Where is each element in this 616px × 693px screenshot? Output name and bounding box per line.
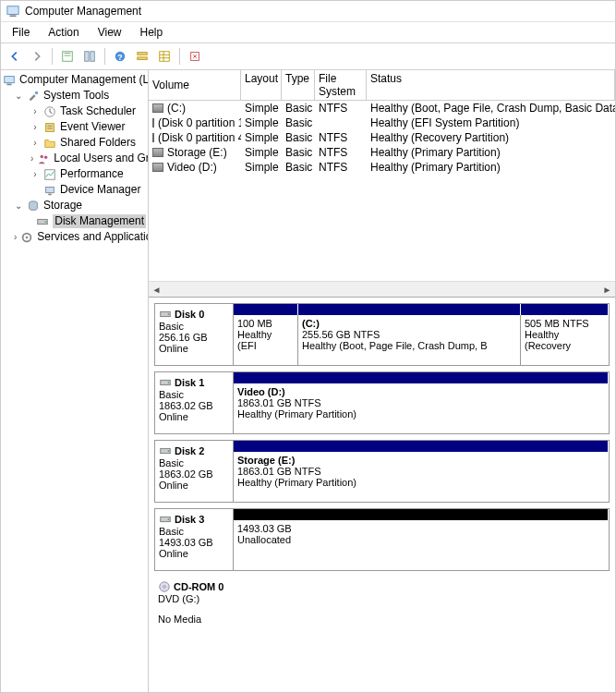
view-detail-button[interactable] bbox=[154, 46, 175, 67]
app-icon bbox=[6, 5, 19, 18]
tree-task-scheduler[interactable]: ›Task Scheduler bbox=[1, 103, 148, 119]
folder-icon bbox=[43, 137, 56, 150]
svg-rect-16 bbox=[46, 123, 54, 131]
toolbar-separator bbox=[52, 48, 53, 65]
menu-view[interactable]: View bbox=[91, 24, 129, 41]
volume-icon bbox=[152, 103, 163, 113]
svg-rect-20 bbox=[46, 187, 54, 192]
storage-icon bbox=[27, 200, 40, 213]
disk-row[interactable]: Disk 0 Basic256.16 GBOnline100 MBHealthy… bbox=[154, 303, 610, 366]
partition[interactable]: Storage (E:)1863.01 GB NTFSHealthy (Prim… bbox=[234, 452, 609, 502]
expand-icon[interactable]: › bbox=[30, 104, 40, 118]
tree-event-viewer[interactable]: ›Event Viewer bbox=[1, 119, 148, 135]
disk-icon bbox=[159, 308, 172, 321]
col-volume[interactable]: Volume bbox=[149, 70, 241, 100]
services-icon bbox=[20, 231, 33, 244]
back-button[interactable] bbox=[5, 46, 25, 67]
cdrom-status: No Media bbox=[158, 614, 606, 625]
partition[interactable]: Video (D:)1863.01 GB NTFSHealthy (Primar… bbox=[234, 383, 609, 433]
scroll-left-icon[interactable]: ◄ bbox=[149, 285, 164, 295]
partition[interactable]: (C:)255.56 GB NTFSHealthy (Boot, Page Fi… bbox=[298, 315, 521, 365]
cdrom-row[interactable]: CD-ROM 0 DVD (G:) No Media bbox=[154, 577, 610, 628]
clock-icon bbox=[43, 105, 56, 118]
svg-rect-2 bbox=[10, 15, 17, 17]
menu-help[interactable]: Help bbox=[133, 24, 171, 41]
disk-graphical-view[interactable]: Disk 0 Basic256.16 GBOnline100 MBHealthy… bbox=[149, 297, 615, 693]
volume-row[interactable]: (C:) Simple Basic NTFS Healthy (Boot, Pa… bbox=[149, 101, 615, 116]
tree-device-manager[interactable]: Device Manager bbox=[1, 182, 148, 198]
svg-rect-5 bbox=[91, 52, 94, 62]
tree-performance[interactable]: ›Performance bbox=[1, 166, 148, 182]
scroll-right-icon[interactable]: ► bbox=[599, 285, 615, 295]
expand-icon[interactable]: ⌄ bbox=[14, 199, 23, 213]
menu-action[interactable]: Action bbox=[41, 24, 86, 41]
volume-row[interactable]: Video (D:) Simple Basic NTFS Healthy (Pr… bbox=[149, 160, 615, 175]
disk-info: Disk 1 Basic1863.02 GBOnline bbox=[155, 372, 234, 433]
computer-icon bbox=[3, 74, 16, 87]
col-status[interactable]: Status bbox=[367, 70, 615, 100]
volume-icon bbox=[152, 133, 154, 142]
tree-local-users[interactable]: ›Local Users and Groups bbox=[1, 151, 148, 166]
tree-disk-management[interactable]: Disk Management bbox=[1, 213, 148, 229]
svg-point-26 bbox=[26, 236, 29, 238]
disk-icon bbox=[159, 444, 172, 457]
disk-row[interactable]: Disk 3 Basic1493.03 GBOnline1493.03 GBUn… bbox=[154, 508, 610, 571]
svg-rect-9 bbox=[138, 57, 148, 60]
nav-tree[interactable]: Computer Management (Local ⌄ System Tool… bbox=[1, 70, 149, 693]
volume-list-header[interactable]: Volume Layout Type File System Status bbox=[149, 70, 615, 101]
disk-info: Disk 2 Basic1863.02 GBOnline bbox=[155, 441, 234, 502]
svg-rect-8 bbox=[138, 53, 148, 55]
svg-point-32 bbox=[168, 450, 170, 452]
menubar: File Action View Help bbox=[1, 22, 615, 43]
cd-icon bbox=[158, 580, 171, 593]
svg-rect-4 bbox=[85, 52, 89, 62]
expand-icon[interactable]: › bbox=[30, 152, 33, 165]
toolbar-separator bbox=[179, 48, 180, 65]
properties-button[interactable] bbox=[79, 46, 100, 67]
svg-point-30 bbox=[168, 382, 170, 383]
partition[interactable]: 505 MB NTFSHealthy (Recovery bbox=[521, 315, 609, 365]
expand-icon[interactable]: › bbox=[30, 136, 40, 150]
action-button[interactable] bbox=[185, 46, 205, 67]
svg-point-14 bbox=[35, 91, 39, 94]
device-icon bbox=[43, 184, 56, 197]
volume-row[interactable]: (Disk 0 partition 4) Simple Basic NTFS H… bbox=[149, 130, 615, 145]
col-filesystem[interactable]: File System bbox=[315, 70, 367, 100]
expand-icon[interactable]: › bbox=[14, 230, 17, 244]
event-icon bbox=[43, 121, 56, 134]
svg-point-34 bbox=[168, 518, 170, 520]
disk-icon bbox=[159, 513, 172, 526]
menu-file[interactable]: File bbox=[5, 24, 37, 41]
tools-icon bbox=[27, 90, 40, 103]
expand-icon[interactable]: › bbox=[30, 167, 40, 181]
volume-icon bbox=[152, 163, 163, 172]
svg-point-36 bbox=[163, 586, 166, 589]
forward-button[interactable] bbox=[27, 46, 47, 67]
horizontal-scrollbar[interactable]: ◄ ► bbox=[149, 281, 615, 297]
disk-row[interactable]: Disk 2 Basic1863.02 GBOnlineStorage (E:)… bbox=[154, 440, 610, 503]
expand-icon[interactable]: › bbox=[30, 120, 40, 134]
svg-rect-13 bbox=[6, 83, 11, 85]
col-layout[interactable]: Layout bbox=[241, 70, 282, 100]
tree-storage[interactable]: ⌄ Storage bbox=[1, 198, 148, 213]
perf-icon bbox=[43, 168, 56, 181]
refresh-button[interactable] bbox=[57, 46, 78, 67]
tree-root[interactable]: Computer Management (Local bbox=[1, 72, 148, 88]
partition[interactable]: 100 MBHealthy (EFI bbox=[234, 315, 298, 365]
tree-shared-folders[interactable]: ›Shared Folders bbox=[1, 135, 148, 151]
volume-list[interactable]: Volume Layout Type File System Status (C… bbox=[149, 70, 615, 297]
view-list-button[interactable] bbox=[132, 46, 152, 67]
users-icon bbox=[37, 152, 50, 165]
tree-system-tools[interactable]: ⌄ System Tools bbox=[1, 88, 148, 103]
help-button[interactable]: ? bbox=[110, 46, 130, 67]
volume-row[interactable]: Storage (E:) Simple Basic NTFS Healthy (… bbox=[149, 145, 615, 160]
titlebar: Computer Management bbox=[1, 1, 615, 22]
tree-services[interactable]: › Services and Applications bbox=[1, 229, 148, 245]
partition[interactable]: 1493.03 GBUnallocated bbox=[234, 520, 609, 570]
disk-row[interactable]: Disk 1 Basic1863.02 GBOnlineVideo (D:)18… bbox=[154, 371, 610, 434]
toolbar: ? bbox=[1, 43, 615, 70]
volume-row[interactable]: (Disk 0 partition 1) Simple Basic Health… bbox=[149, 116, 615, 130]
toolbar-separator bbox=[104, 48, 105, 65]
col-type[interactable]: Type bbox=[282, 70, 315, 100]
expand-icon[interactable]: ⌄ bbox=[14, 89, 23, 103]
